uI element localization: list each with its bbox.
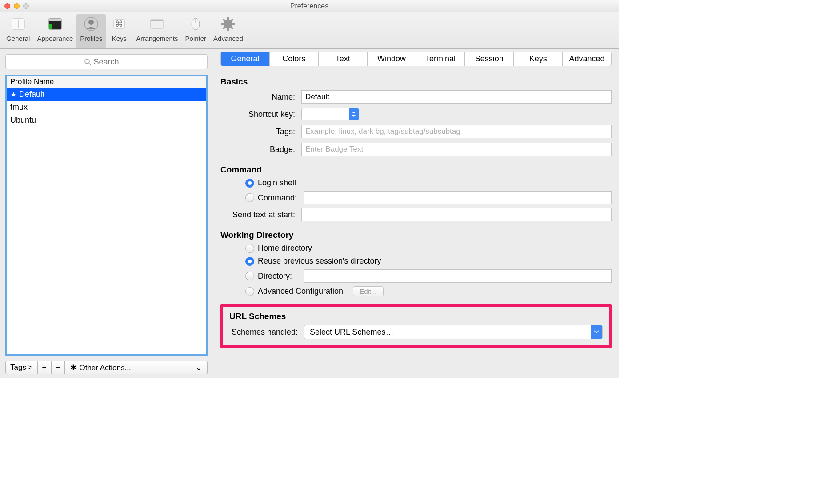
svg-text:⌘: ⌘ <box>115 20 123 28</box>
profile-list-header[interactable]: Profile Name <box>7 76 206 88</box>
home-dir-radio[interactable] <box>245 244 254 253</box>
chevron-down-icon: ⌄ <box>196 363 202 372</box>
badge-input[interactable] <box>301 143 612 156</box>
remove-profile-button[interactable]: − <box>52 361 65 374</box>
minimize-window-button[interactable] <box>14 3 20 9</box>
arrangements-icon <box>148 15 166 33</box>
profile-list: Profile Name ★ Default tmux Ubuntu <box>5 75 208 356</box>
command-radio[interactable] <box>245 193 254 202</box>
shortcut-label: Shortcut key: <box>220 110 301 119</box>
pointer-icon <box>187 15 204 33</box>
toolbar-advanced[interactable]: Advanced <box>210 14 247 48</box>
svg-rect-3 <box>49 19 61 21</box>
tab-terminal[interactable]: Terminal <box>416 52 465 66</box>
tags-input[interactable] <box>301 125 612 138</box>
reuse-dir-label: Reuse previous session's directory <box>258 256 381 266</box>
profile-row-tmux[interactable]: tmux <box>7 101 206 114</box>
svg-rect-4 <box>49 24 52 29</box>
titlebar: Preferences <box>0 0 619 12</box>
toolbar-keys[interactable]: ⌘ Keys <box>106 14 132 48</box>
svg-rect-1 <box>18 20 19 28</box>
window-title: Preferences <box>290 2 328 10</box>
name-input[interactable] <box>301 90 612 104</box>
command-label: Command: <box>258 193 300 203</box>
basics-heading: Basics <box>220 77 612 87</box>
url-schemes-highlight: URL Schemes Schemes handled: Select URL … <box>220 304 612 348</box>
gear-small-icon: ✱ <box>70 364 76 372</box>
appearance-icon <box>46 15 64 33</box>
profiles-icon <box>82 15 100 33</box>
star-icon: ★ <box>10 90 16 99</box>
svg-point-20 <box>85 59 89 64</box>
directory-input[interactable] <box>304 269 612 283</box>
name-label: Name: <box>220 92 301 102</box>
tab-text[interactable]: Text <box>319 52 368 66</box>
tab-keys[interactable]: Keys <box>514 52 563 66</box>
other-actions-menu[interactable]: ✱Other Actions... ⌄ <box>65 361 208 374</box>
url-schemes-heading: URL Schemes <box>229 312 603 321</box>
svg-point-6 <box>88 20 94 25</box>
toolbar-general[interactable]: General <box>3 14 33 48</box>
advanced-config-label: Advanced Configuration <box>258 287 343 296</box>
chevron-down-icon <box>591 325 602 339</box>
tab-advanced[interactable]: Advanced <box>563 52 611 66</box>
general-icon <box>9 15 27 33</box>
tab-session[interactable]: Session <box>465 52 514 66</box>
profile-row-ubuntu[interactable]: Ubuntu <box>7 114 206 127</box>
send-text-label: Send text at start: <box>220 210 301 220</box>
edit-button[interactable]: Edit... <box>353 286 383 296</box>
profile-row-default[interactable]: ★ Default <box>7 88 206 101</box>
shortcut-dropdown[interactable] <box>301 108 359 120</box>
svg-rect-10 <box>151 20 163 21</box>
toolbar-appearance[interactable]: Appearance <box>33 14 76 48</box>
toolbar: General Appearance Profiles ⌘ Keys Arran… <box>0 12 619 49</box>
svg-line-21 <box>89 63 91 65</box>
search-icon <box>84 58 91 65</box>
search-field[interactable] <box>5 54 208 69</box>
search-input[interactable] <box>94 57 129 67</box>
toolbar-arrangements[interactable]: Arrangements <box>132 14 181 48</box>
reuse-dir-radio[interactable] <box>245 257 254 266</box>
login-shell-radio[interactable] <box>245 179 254 188</box>
tab-window[interactable]: Window <box>368 52 416 66</box>
add-profile-button[interactable]: + <box>38 361 52 374</box>
login-shell-label: Login shell <box>258 178 296 188</box>
working-dir-heading: Working Directory <box>220 230 612 240</box>
tags-button[interactable]: Tags > <box>5 361 38 374</box>
schemes-handled-label: Schemes handled: <box>229 328 304 337</box>
gear-icon <box>219 15 237 33</box>
url-schemes-dropdown[interactable]: Select URL Schemes… <box>304 325 603 339</box>
send-text-input[interactable] <box>301 208 612 221</box>
tab-colors[interactable]: Colors <box>270 52 319 66</box>
directory-label: Directory: <box>258 272 300 281</box>
tab-general[interactable]: General <box>221 52 270 66</box>
close-window-button[interactable] <box>4 3 10 9</box>
advanced-config-radio[interactable] <box>245 287 254 296</box>
command-heading: Command <box>220 165 612 175</box>
zoom-window-button[interactable] <box>23 3 29 9</box>
toolbar-profiles[interactable]: Profiles <box>76 14 106 48</box>
updown-caret-icon <box>349 108 359 120</box>
badge-label: Badge: <box>220 145 301 154</box>
keys-icon: ⌘ <box>110 15 128 33</box>
profile-tabs: General Colors Text Window Terminal Sess… <box>220 52 612 66</box>
directory-radio[interactable] <box>245 272 254 280</box>
home-dir-label: Home directory <box>258 244 312 253</box>
tags-label: Tags: <box>220 127 301 136</box>
toolbar-pointer[interactable]: Pointer <box>182 14 210 48</box>
command-input[interactable] <box>304 191 612 204</box>
